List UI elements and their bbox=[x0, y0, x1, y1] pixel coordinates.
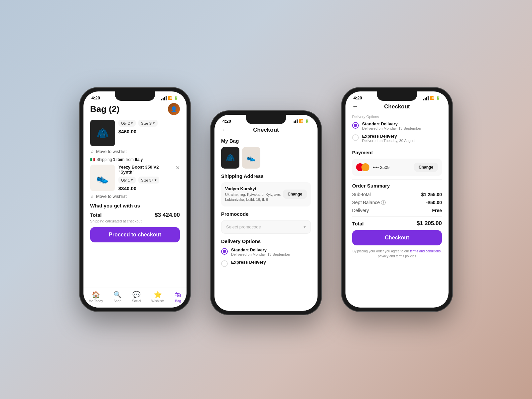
balance-label: Sept Balance ℹ bbox=[352, 200, 386, 205]
user-avatar[interactable]: 👤 bbox=[168, 103, 180, 115]
remove-product-2[interactable]: ✕ bbox=[176, 165, 180, 171]
mastercard-icon bbox=[356, 163, 369, 171]
phone-bag: 4:20 📶 🔋 Bag (2) 👤 bbox=[79, 87, 191, 312]
change-payment-button[interactable]: Change bbox=[414, 163, 438, 172]
delivery-option-info-express-3: Express Delivery Delivered on Tuesday, 3… bbox=[362, 134, 416, 143]
nav-bag[interactable]: 🛍 Bag bbox=[175, 291, 181, 303]
delivery-option-standart-3[interactable]: Standart Delivery Delivered on Monday, 1… bbox=[352, 121, 442, 130]
thumb-1: 🧥 bbox=[221, 147, 239, 169]
delivery-name-standart-3: Standart Delivery bbox=[362, 121, 421, 126]
bag-header: Bag (2) 👤 bbox=[90, 102, 180, 115]
promocode-placeholder: Select promocode bbox=[226, 224, 261, 229]
total-summary-label: Total bbox=[352, 221, 364, 226]
product-image-2: 👟 bbox=[90, 165, 115, 191]
balance-value: -$50.00 bbox=[426, 200, 442, 205]
delivery-option-info-standart-2: Standart Delivery Delivered on Monday, 1… bbox=[231, 247, 290, 256]
wifi-icon-1: 📶 bbox=[168, 96, 173, 100]
change-address-button[interactable]: Change bbox=[283, 190, 307, 199]
nav-wishlists[interactable]: ⭐ Wishlists bbox=[151, 291, 164, 303]
delivery-date-standart-2: Delivered on Monday, 13 September bbox=[231, 252, 290, 256]
size-selector-2[interactable]: Size 37 ▾ bbox=[138, 177, 159, 184]
address-name: Vadym Kurskyi bbox=[225, 186, 283, 191]
qty-selector-2[interactable]: Qty 1 ▾ bbox=[118, 177, 136, 184]
signal-icon-2 bbox=[294, 119, 298, 123]
size-selector-1[interactable]: Size S ▾ bbox=[138, 120, 158, 127]
wishlist-2[interactable]: ☆ Move to wishlist bbox=[90, 194, 180, 199]
back-button-3[interactable]: ← bbox=[352, 103, 358, 110]
chevron-down-icon: ▾ bbox=[304, 224, 306, 229]
product-name-2: Yeezy Boost 350 V2 "Synth" bbox=[118, 165, 165, 175]
phone-summary: 4:20 📶 🔋 ← Checkout Delivery Options bbox=[341, 87, 453, 312]
delivery-options-label-2: Delivery Options bbox=[221, 238, 311, 244]
delivery-date-express-3: Delivered on Tuesday, 30 August bbox=[362, 139, 416, 143]
total-row: Total $3 424.00 bbox=[90, 212, 180, 218]
delivery-section-3: Standart Delivery Delivered on Monday, 1… bbox=[352, 121, 442, 143]
promo-section: Promocode Select promocode ▾ bbox=[221, 211, 311, 234]
wishlist-icon: ⭐ bbox=[154, 291, 162, 299]
qty-selector-1[interactable]: Qty 2 ▾ bbox=[118, 120, 136, 127]
shipping-note: Shipping calculated at checkout bbox=[90, 219, 180, 223]
delivery-section-2: Delivery Options Standart Delivery Deliv… bbox=[221, 238, 311, 267]
total-amount: $3 424.00 bbox=[155, 212, 180, 218]
summary-row-subtotal: Sub-total $1 255.00 bbox=[352, 192, 442, 197]
delivery-option-info-express-2: Express Delivery bbox=[231, 260, 266, 265]
checkout-title-2: Checkout bbox=[230, 127, 302, 133]
proceed-checkout-button[interactable]: Proceed to checkout bbox=[90, 227, 180, 242]
divider-2 bbox=[352, 179, 442, 180]
status-icons-3: 📶 🔋 bbox=[423, 96, 441, 100]
nav-social[interactable]: 💬 Social bbox=[132, 291, 141, 303]
product-row-2: 👟 Yeezy Boost 350 V2 "Synth" ✕ Qty 1 ▾ bbox=[90, 165, 180, 191]
card-number: •••• 2509 bbox=[373, 165, 411, 170]
wishlist-1[interactable]: ☆ Move to wishlist bbox=[90, 149, 180, 154]
bag-title: Bag (2) bbox=[90, 104, 119, 114]
time-1: 4:20 bbox=[91, 95, 100, 100]
time-3: 4:20 bbox=[353, 95, 362, 100]
my-bag-label: My Bag bbox=[221, 138, 311, 144]
nav-label-shop: Shop bbox=[114, 299, 121, 303]
product-card-2: 👟 Yeezy Boost 350 V2 "Synth" ✕ Qty 1 ▾ bbox=[90, 165, 180, 199]
product-price-2: $340.00 bbox=[118, 186, 180, 191]
status-icons-1: 📶 🔋 bbox=[161, 96, 179, 100]
radio-express-3[interactable] bbox=[352, 134, 359, 141]
product-details-2: Yeezy Boost 350 V2 "Synth" ✕ Qty 1 ▾ Siz… bbox=[118, 165, 180, 191]
home-icon: 🏠 bbox=[92, 291, 100, 299]
delivery-option-standart-2[interactable]: Standart Delivery Delivered on Monday, 1… bbox=[221, 247, 311, 256]
summary-row-delivery: Delivery Free bbox=[352, 208, 442, 213]
promocode-label: Promocode bbox=[221, 211, 311, 217]
address-card: Vadym Kurskyi Ukraine, reg. Kyivska, c. … bbox=[221, 182, 311, 206]
summary-screen: ← Checkout Delivery Options Standart Del… bbox=[345, 102, 449, 306]
address-text: Ukraine, reg. Kyivska, c. Kyiv, ave. Luk… bbox=[225, 192, 283, 202]
terms-link[interactable]: terms and conditions bbox=[410, 249, 441, 253]
nav-label-wishlists: Wishlists bbox=[151, 299, 164, 303]
promocode-selector[interactable]: Select promocode ▾ bbox=[221, 220, 311, 234]
product-card-1: 🧥 Qty 2 ▾ Size S ▾ bbox=[90, 120, 180, 154]
battery-icon-3: 🔋 bbox=[436, 96, 441, 100]
shipping-address-label: Shipping Address bbox=[221, 173, 311, 179]
subtotal-label: Sub-total bbox=[352, 192, 371, 197]
what-you-get-title: What you get with us bbox=[90, 203, 180, 208]
selectors-1: Qty 2 ▾ Size S ▾ bbox=[118, 120, 180, 127]
notch-1 bbox=[115, 91, 155, 101]
checkout-header-3: ← Checkout bbox=[352, 102, 442, 110]
bag-screen: Bag (2) 👤 🧥 Qty 2 ▾ bbox=[83, 102, 187, 306]
checkout-screen: ← Checkout My Bag 🧥 👟 Shipping Address V… bbox=[214, 125, 318, 310]
nav-me-today[interactable]: 🏠 Me Today bbox=[89, 291, 103, 303]
payment-label: Payment bbox=[352, 150, 442, 155]
notch-2 bbox=[246, 115, 286, 124]
thumb-2: 👟 bbox=[242, 147, 260, 169]
back-button-2[interactable]: ← bbox=[221, 126, 227, 133]
delivery-option-express-3[interactable]: Express Delivery Delivered on Tuesday, 3… bbox=[352, 134, 442, 143]
delivery-options-fade-label: Delivery Options bbox=[352, 115, 442, 119]
nav-label-me-today: Me Today bbox=[89, 299, 103, 303]
delivery-option-express-2[interactable]: Express Delivery bbox=[221, 260, 311, 267]
wifi-icon-2: 📶 bbox=[299, 119, 304, 123]
time-2: 4:20 bbox=[222, 119, 231, 124]
radio-standart-2[interactable] bbox=[221, 248, 228, 255]
nav-label-bag: Bag bbox=[175, 299, 181, 303]
nav-shop[interactable]: 🔍 Shop bbox=[113, 291, 122, 303]
radio-express-2[interactable] bbox=[221, 260, 228, 267]
bag-icon: 🛍 bbox=[175, 291, 181, 299]
bottom-nav: 🏠 Me Today 🔍 Shop 💬 Social ⭐ Wishlists 🛍… bbox=[83, 288, 187, 308]
radio-standart-3[interactable] bbox=[352, 122, 359, 129]
checkout-button-3[interactable]: Checkout bbox=[352, 230, 442, 245]
